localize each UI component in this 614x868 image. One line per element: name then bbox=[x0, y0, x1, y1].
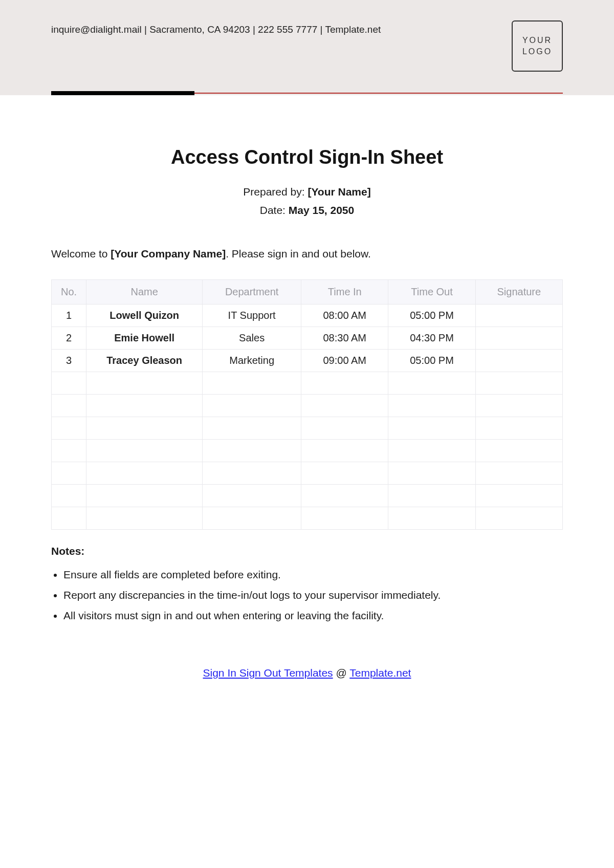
cell-sig bbox=[475, 417, 562, 440]
logo-line-2: LOGO bbox=[522, 47, 552, 56]
signin-table: No. Name Department Time In Time Out Sig… bbox=[51, 279, 563, 530]
th-signature: Signature bbox=[475, 280, 562, 305]
cell-name: Tracey Gleason bbox=[86, 350, 203, 372]
cell-dept: Marketing bbox=[203, 350, 301, 372]
cell-tout: 04:30 PM bbox=[388, 327, 475, 350]
cell-tout bbox=[388, 417, 475, 440]
table-row: 2Emie HowellSales08:30 AM04:30 PM bbox=[52, 327, 563, 350]
cell-dept bbox=[203, 462, 301, 485]
cell-tout: 05:00 PM bbox=[388, 305, 475, 327]
note-item: Report any discrepancies in the time-in/… bbox=[63, 585, 563, 605]
cell-tin bbox=[301, 485, 388, 507]
notes-title: Notes: bbox=[51, 545, 563, 557]
note-item: Ensure all fields are completed before e… bbox=[63, 565, 563, 585]
cell-sig bbox=[475, 327, 562, 350]
table-row bbox=[52, 507, 563, 530]
cell-dept bbox=[203, 440, 301, 462]
cell-tin bbox=[301, 507, 388, 530]
cell-sig bbox=[475, 395, 562, 417]
cell-no: 3 bbox=[52, 350, 86, 372]
cell-tout bbox=[388, 395, 475, 417]
logo-line-1: YOUR bbox=[522, 36, 552, 45]
cell-no bbox=[52, 417, 86, 440]
cell-tin bbox=[301, 440, 388, 462]
th-dept: Department bbox=[203, 280, 301, 305]
cell-tin: 08:00 AM bbox=[301, 305, 388, 327]
footer-link-templates[interactable]: Sign In Sign Out Templates bbox=[203, 667, 333, 679]
cell-sig bbox=[475, 305, 562, 327]
th-time-out: Time Out bbox=[388, 280, 475, 305]
header-top: inquire@dialight.mail | Sacramento, CA 9… bbox=[51, 20, 563, 72]
cell-no bbox=[52, 395, 86, 417]
cell-name bbox=[86, 485, 203, 507]
table-header-row: No. Name Department Time In Time Out Sig… bbox=[52, 280, 563, 305]
welcome-post: . Please sign in and out below. bbox=[226, 248, 371, 259]
cell-tout bbox=[388, 462, 475, 485]
cell-dept: Sales bbox=[203, 327, 301, 350]
footer-link-site[interactable]: Template.net bbox=[349, 667, 411, 679]
cell-no bbox=[52, 462, 86, 485]
cell-tin: 08:30 AM bbox=[301, 327, 388, 350]
welcome-company: [Your Company Name] bbox=[111, 248, 226, 259]
welcome-text: Welcome to [Your Company Name]. Please s… bbox=[51, 248, 563, 260]
th-no: No. bbox=[52, 280, 86, 305]
cell-tout bbox=[388, 372, 475, 395]
cell-dept bbox=[203, 372, 301, 395]
cell-tin bbox=[301, 417, 388, 440]
table-row bbox=[52, 462, 563, 485]
date-value: May 15, 2050 bbox=[289, 204, 354, 216]
prepared-by-line: Prepared by: [Your Name] bbox=[51, 183, 563, 201]
cell-tin: 09:00 AM bbox=[301, 350, 388, 372]
cell-tin bbox=[301, 372, 388, 395]
cell-name bbox=[86, 440, 203, 462]
th-time-in: Time In bbox=[301, 280, 388, 305]
note-item: All visitors must sign in and out when e… bbox=[63, 605, 563, 626]
cell-name bbox=[86, 417, 203, 440]
table-row: 1Lowell QuizonIT Support08:00 AM05:00 PM bbox=[52, 305, 563, 327]
cell-no bbox=[52, 507, 86, 530]
cell-dept: IT Support bbox=[203, 305, 301, 327]
cell-no bbox=[52, 372, 86, 395]
divider-black bbox=[51, 91, 194, 95]
notes-list: Ensure all fields are completed before e… bbox=[51, 565, 563, 626]
table-row bbox=[52, 395, 563, 417]
logo-placeholder: YOUR LOGO bbox=[512, 20, 563, 72]
cell-sig bbox=[475, 485, 562, 507]
cell-name bbox=[86, 462, 203, 485]
cell-name: Lowell Quizon bbox=[86, 305, 203, 327]
table-row bbox=[52, 440, 563, 462]
footer-link: Sign In Sign Out Templates @ Template.ne… bbox=[51, 667, 563, 679]
cell-dept bbox=[203, 507, 301, 530]
cell-dept bbox=[203, 417, 301, 440]
cell-tin bbox=[301, 462, 388, 485]
logo-text: YOUR LOGO bbox=[522, 35, 552, 58]
cell-name: Emie Howell bbox=[86, 327, 203, 350]
cell-name bbox=[86, 372, 203, 395]
cell-sig bbox=[475, 440, 562, 462]
footer-at: @ bbox=[333, 667, 350, 679]
meta-block: Prepared by: [Your Name] Date: May 15, 2… bbox=[51, 183, 563, 219]
page-title: Access Control Sign-In Sheet bbox=[51, 146, 563, 168]
table-row bbox=[52, 372, 563, 395]
prepared-by-value: [Your Name] bbox=[308, 186, 370, 198]
welcome-pre: Welcome to bbox=[51, 248, 111, 259]
cell-sig bbox=[475, 350, 562, 372]
table-row bbox=[52, 417, 563, 440]
header-band: inquire@dialight.mail | Sacramento, CA 9… bbox=[0, 0, 614, 95]
date-label: Date: bbox=[260, 204, 289, 216]
cell-tout bbox=[388, 485, 475, 507]
cell-tout bbox=[388, 440, 475, 462]
prepared-by-label: Prepared by: bbox=[243, 186, 308, 198]
cell-sig bbox=[475, 372, 562, 395]
table-body: 1Lowell QuizonIT Support08:00 AM05:00 PM… bbox=[52, 305, 563, 530]
cell-tin bbox=[301, 395, 388, 417]
cell-no: 1 bbox=[52, 305, 86, 327]
cell-sig bbox=[475, 462, 562, 485]
contact-line: inquire@dialight.mail | Sacramento, CA 9… bbox=[51, 20, 381, 39]
divider-red bbox=[194, 93, 563, 94]
cell-no bbox=[52, 485, 86, 507]
cell-dept bbox=[203, 485, 301, 507]
cell-tout: 05:00 PM bbox=[388, 350, 475, 372]
cell-tout bbox=[388, 507, 475, 530]
table-row bbox=[52, 485, 563, 507]
